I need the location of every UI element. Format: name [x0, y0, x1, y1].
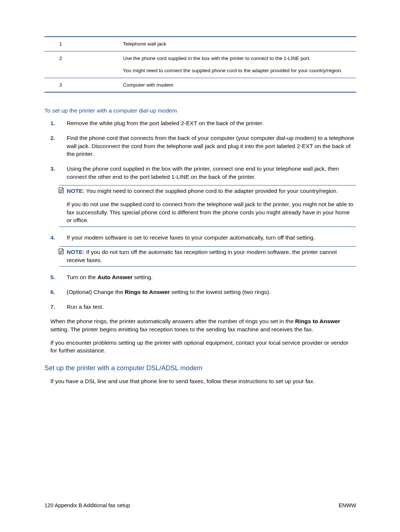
note-icon — [58, 248, 64, 255]
note-label: NOTE: — [67, 249, 84, 255]
table-cell: Computer with modem — [119, 78, 356, 92]
step-number: 2. — [50, 134, 55, 142]
step-item: 1. Remove the white plug from the port l… — [67, 119, 356, 127]
table-cell-num: 3 — [44, 78, 119, 92]
step-text: Run a fax test. — [67, 303, 356, 311]
step-number: 7. — [50, 303, 55, 311]
note-text: You might need to connect the supplied p… — [86, 188, 338, 194]
closing-paragraph: If you encounter problems setting up the… — [50, 339, 356, 355]
footer-left: 120 Appendix B Additional fax setup — [44, 502, 130, 508]
note-text: If you do not turn off the automatic fax… — [67, 249, 337, 263]
note-paragraph: NOTE: You might need to connect the supp… — [67, 187, 356, 195]
reference-table: 1 Telephone wall jack 2 Use the phone co… — [44, 36, 356, 93]
table-cell-text: Telephone wall jack — [123, 40, 352, 48]
footer-right: ENWW — [339, 502, 356, 508]
section-heading: To set up the printer with a computer di… — [44, 107, 356, 114]
steps-list: 1. Remove the white plug from the port l… — [67, 119, 356, 311]
step-number: 5. — [50, 273, 55, 281]
step-item: 3. Using the phone cord supplied in the … — [67, 165, 356, 227]
table-cell-text: Computer with modem — [123, 81, 352, 89]
table-cell: Use the phone cord supplied in the box w… — [119, 51, 356, 78]
step-item: 2. Find the phone cord that connects fro… — [67, 134, 356, 158]
note-callout: NOTE: If you do not turn off the automat… — [59, 246, 356, 267]
table-cell-text: You might need to connect the supplied p… — [123, 67, 352, 74]
page-footer: 120 Appendix B Additional fax setup ENWW — [44, 502, 356, 508]
step-item: 5. Turn on the Auto Answer setting. — [67, 273, 356, 281]
step-text: Find the phone cord that connects from t… — [67, 134, 356, 158]
step-number: 3. — [50, 165, 55, 173]
table-cell-num: 2 — [44, 51, 119, 78]
step-item: 4. If your modem software is set to rece… — [67, 234, 356, 267]
note-label: NOTE: — [67, 188, 84, 194]
intro-paragraph: If you have a DSL line and use that phon… — [50, 377, 356, 385]
step-number: 1. — [50, 119, 55, 127]
step-item: 6. (Optional) Change the Rings to Answer… — [67, 288, 356, 296]
step-text: Using the phone cord supplied in the box… — [67, 165, 356, 181]
table-row: 2 Use the phone cord supplied in the box… — [44, 51, 356, 78]
table-row: 1 Telephone wall jack — [44, 37, 356, 51]
note-paragraph: If you do not use the supplied cord to c… — [67, 200, 356, 224]
step-text: Turn on the Auto Answer setting. — [67, 273, 356, 281]
closing-paragraph: When the phone rings, the printer automa… — [50, 317, 356, 333]
step-item: 7. Run a fax test. — [67, 303, 356, 311]
section-heading: Set up the printer with a computer DSL/A… — [44, 364, 356, 372]
table-cell-num: 1 — [44, 37, 119, 51]
step-number: 4. — [50, 234, 55, 242]
step-text: Remove the white plug from the port labe… — [67, 119, 356, 127]
note-paragraph: NOTE: If you do not turn off the automat… — [67, 248, 356, 264]
step-text: If your modem software is set to receive… — [67, 234, 356, 242]
table-cell: Telephone wall jack — [119, 37, 356, 51]
step-text: (Optional) Change the Rings to Answer se… — [67, 288, 356, 296]
table-cell-text: Use the phone cord supplied in the box w… — [123, 55, 352, 62]
table-row: 3 Computer with modem — [44, 78, 356, 92]
note-callout: NOTE: You might need to connect the supp… — [59, 185, 356, 227]
step-number: 6. — [50, 288, 55, 296]
note-icon — [58, 187, 64, 194]
